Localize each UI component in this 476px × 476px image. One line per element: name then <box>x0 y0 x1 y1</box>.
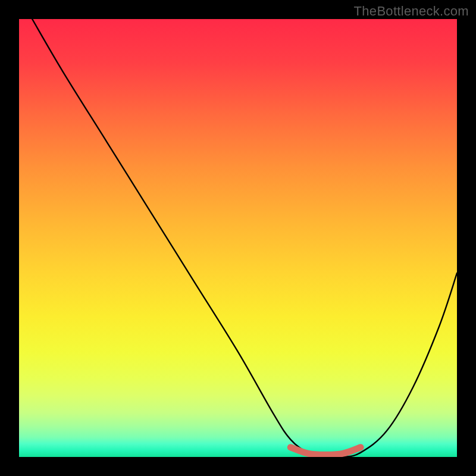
watermark-text: TheBottleneck.com <box>354 4 469 19</box>
plot-area <box>19 19 457 457</box>
curve-layer <box>19 19 457 457</box>
chart-frame: TheBottleneck.com <box>0 0 476 476</box>
optimal-range-highlight <box>290 447 361 455</box>
bottleneck-curve <box>32 19 457 457</box>
